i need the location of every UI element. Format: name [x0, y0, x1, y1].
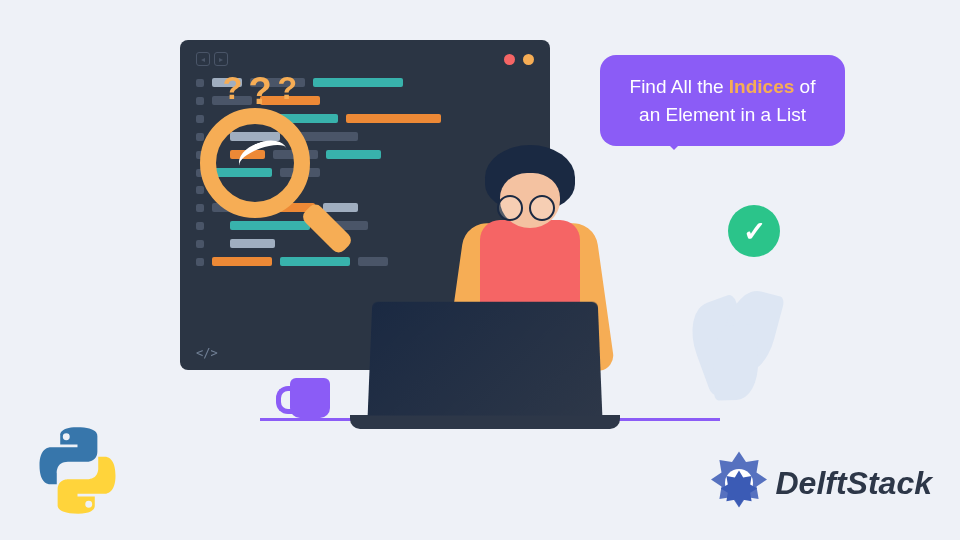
laptop-illustration	[370, 300, 620, 429]
python-logo-icon	[30, 423, 125, 518]
question-marks: ? ? ?	[200, 70, 320, 113]
window-controls	[504, 54, 534, 65]
bubble-text-highlight: Indices	[729, 76, 794, 97]
question-mark-icon: ?	[223, 70, 243, 113]
nav-back-icon: ◂	[196, 52, 210, 66]
nav-arrows: ◂ ▸	[196, 52, 228, 66]
coffee-mug-icon	[290, 378, 330, 418]
bubble-text-prefix: Find All the	[630, 76, 729, 97]
speech-bubble: Find All the Indices of an Element in a …	[600, 55, 845, 146]
glasses-icon	[497, 195, 555, 221]
question-mark-icon: ?	[278, 70, 298, 113]
code-bracket-icon: </>	[196, 346, 218, 360]
delftstack-emblem-icon	[704, 448, 774, 518]
nav-forward-icon: ▸	[214, 52, 228, 66]
delftstack-logo: DelftStack	[704, 448, 933, 518]
plant-decoration	[685, 280, 785, 420]
close-dot-icon	[504, 54, 515, 65]
minimize-dot-icon	[523, 54, 534, 65]
question-mark-icon: ?	[248, 70, 271, 113]
search-illustration: ? ? ?	[200, 70, 320, 228]
magnifying-glass-icon	[200, 108, 320, 228]
checkmark-badge-icon: ✓	[728, 205, 780, 257]
delftstack-wordmark: DelftStack	[776, 465, 933, 502]
editor-titlebar: ◂ ▸	[196, 52, 534, 66]
